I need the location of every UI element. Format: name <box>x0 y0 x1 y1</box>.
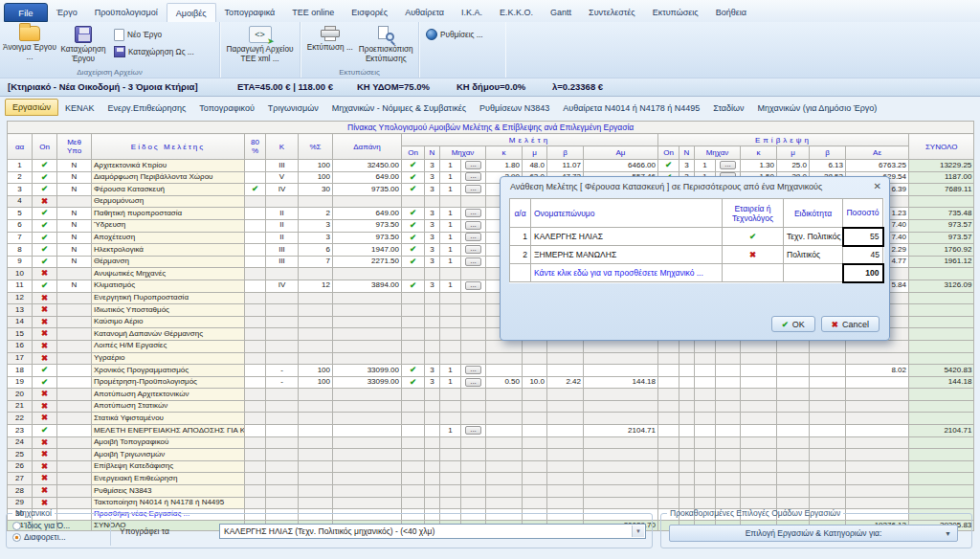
dlg-add-engineer-link[interactable]: Κάντε κλικ εδώ για να προσθέσετε Μηχανικ… <box>531 264 723 282</box>
tab-Μηχανικών (για Δημόσιο Έργο)[interactable]: Μηχανικών (για Δημόσιο Έργο) <box>751 101 884 116</box>
menu-item-Τοπογραφικά[interactable]: Τοπογραφικά <box>216 3 284 22</box>
m-assign-button-r8[interactable]: ... <box>461 244 486 257</box>
on-toggle-r4[interactable]: ✖ <box>33 195 57 208</box>
save-project-button[interactable]: Καταχώρηση Έργου <box>56 24 110 66</box>
on-toggle-r22[interactable]: ✖ <box>33 413 57 425</box>
menu-item-Ε.Κ.Κ.Ο.[interactable]: Ε.Κ.Κ.Ο. <box>491 3 542 22</box>
m-assign-button-r18[interactable]: ... <box>461 365 486 377</box>
tab-Ενεργ.Επιθεώρησης[interactable]: Ενεργ.Επιθεώρησης <box>100 101 192 116</box>
open-project-button[interactable]: Άνοιγμα Έργου ... <box>3 24 56 66</box>
on-toggle-r3[interactable]: ✔ <box>33 184 57 196</box>
work-name-r1[interactable]: Αρχιτεκτονικά Κτιρίου <box>92 160 245 172</box>
dlg-percent-input-1[interactable]: 55 <box>843 228 883 246</box>
work-name-r9[interactable]: Θέρμανση <box>92 256 245 268</box>
work-name-r5[interactable]: Παθητική πυροπροστασία <box>92 208 245 220</box>
m-on-toggle-r8[interactable]: ✔ <box>402 244 425 257</box>
menu-item-Συντελεστές[interactable]: Συντελεστές <box>580 3 644 22</box>
on-toggle-r20[interactable]: ✖ <box>33 389 57 401</box>
settings-button[interactable]: Ρυθμίσεις ... <box>422 28 487 41</box>
work-name-r21[interactable]: Αποτύπωση Στατικών <box>92 400 245 413</box>
on-toggle-r16[interactable]: ✖ <box>33 340 57 352</box>
m-on-toggle-r18[interactable]: ✔ <box>402 365 425 377</box>
tab-ΚΕΝΑΚ[interactable]: ΚΕΝΑΚ <box>58 101 101 116</box>
on-toggle-r18[interactable]: ✔ <box>33 365 57 377</box>
on-toggle-r1[interactable]: ✔ <box>33 160 57 172</box>
m-assign-button-r1[interactable]: ... <box>461 160 486 172</box>
radio-different[interactable]: Διαφορετι... <box>12 531 70 543</box>
on-toggle-r6[interactable]: ✔ <box>33 219 57 232</box>
tab-Εργασιών[interactable]: Εργασιών <box>5 99 58 116</box>
dlg-engineer-name-2[interactable]: ΞΗΜΕΡΗΣ ΜΑΝΩΛΗΣ <box>531 246 723 264</box>
cancel-button[interactable]: ✖ Cancel <box>821 316 880 332</box>
menu-item-TEE online[interactable]: TEE online <box>283 3 343 22</box>
menu-item-Ι.Κ.Α.[interactable]: Ι.Κ.Α. <box>453 3 491 22</box>
work-name-r13[interactable]: Ιδιωτικός Υποσταθμός <box>92 304 245 317</box>
work-name-r20[interactable]: Αποτύπωση Αρχιτεκτονικών <box>92 389 245 401</box>
work-name-r12[interactable]: Ενεργητική Πυροπροστασία <box>92 292 245 304</box>
work-name-r19[interactable]: Προμέτρηση-Προϋπολογισμός <box>92 376 245 389</box>
on-toggle-r28[interactable]: ✖ <box>33 485 57 498</box>
m-on-toggle-r11[interactable]: ✔ <box>402 280 425 292</box>
on-toggle-r9[interactable]: ✔ <box>33 256 57 268</box>
menu-item-Αμοιβές[interactable]: Αμοιβές <box>167 3 216 22</box>
m-assign-button-r5[interactable]: ... <box>461 208 486 220</box>
dlg-company-toggle-1[interactable]: ✔ <box>723 228 784 246</box>
tab-Τριγωνισμών[interactable]: Τριγωνισμών <box>261 101 325 116</box>
on-toggle-r23[interactable]: ✔ <box>33 425 57 437</box>
on-toggle-r2[interactable]: ✔ <box>33 171 57 184</box>
work-name-r16[interactable]: Λοιπές Η/Μ Εργασίες <box>92 340 245 352</box>
on-toggle-r19[interactable]: ✔ <box>33 376 57 389</box>
tab-Ρυθμίσεων Ν3843[interactable]: Ρυθμίσεων Ν3843 <box>473 101 556 116</box>
menu-item-Προϋπολογισμοί[interactable]: Προϋπολογισμοί <box>86 3 167 22</box>
chevron-down-icon[interactable]: ▼ <box>632 525 644 537</box>
on-toggle-r13[interactable]: ✖ <box>33 304 57 317</box>
work-name-r3[interactable]: Φέρουσα Κατασκευή <box>92 184 245 196</box>
m-assign-button-r7[interactable]: ... <box>461 232 486 244</box>
m-assign-button-r3[interactable]: ... <box>461 184 486 196</box>
engineer-combobox[interactable]: ΚΑΛΕΡΓΗΣ ΗΛΙΑΣ (Τεχν. Πολιτικός μηχανικό… <box>219 524 646 539</box>
on-toggle-r15[interactable]: ✖ <box>33 328 57 341</box>
dlg-engineer-name-1[interactable]: ΚΑΛΕΡΓΗΣ ΗΛΙΑΣ <box>531 228 723 246</box>
on-toggle-r17[interactable]: ✖ <box>33 352 57 365</box>
on-toggle-r8[interactable]: ✔ <box>33 244 57 257</box>
new-project-button[interactable]: Νέο Έργο <box>110 28 198 42</box>
work-name-r4[interactable]: Θερμομόνωση <box>92 195 245 208</box>
on-toggle-r14[interactable]: ✖ <box>33 316 57 328</box>
work-name-r7[interactable]: Αποχέτευση <box>92 232 245 244</box>
work-name-r29[interactable]: Τακτοποίηση Ν4014 ή Ν4178 ή Ν4495 <box>92 497 245 509</box>
work-name-r14[interactable]: Καύσιμο Αέριο <box>92 316 245 328</box>
m-assign-button-r19[interactable]: ... <box>461 376 486 389</box>
work-name-r11[interactable]: Κλιματισμός <box>92 280 245 292</box>
work-name-r22[interactable]: Στατικά Υφισταμένου <box>92 413 245 425</box>
tee-xml-button[interactable]: <> Παραγωγή Αρχείου ΤΕΕ xml ... <box>226 24 295 66</box>
work-name-r10[interactable]: Ανυψωτικές Μηχανές <box>92 268 245 280</box>
dlg-company-toggle-2[interactable]: ✖ <box>723 246 784 264</box>
on-toggle-r29[interactable]: ✖ <box>33 497 57 509</box>
work-name-r23[interactable]: ΜΕΛΕΤΗ ΕΝΕΡΓΕΙΑΚΗΣ ΑΠΟΔΟΣΗΣ ΓΙΑ ΚΤΙΡΙΑ <box>92 425 245 437</box>
on-toggle-r21[interactable]: ✖ <box>33 400 57 413</box>
m-assign-button-r23[interactable]: ... <box>461 425 486 437</box>
tab-Μηχανικών - Νόμιμες & Συμβατικές[interactable]: Μηχανικών - Νόμιμες & Συμβατικές <box>325 101 473 116</box>
radio-same-for-all[interactable]: Ίδιος για Ό... <box>12 520 70 531</box>
tab-Αυθαίρετα Ν4014 ή Ν4178 ή Ν4495[interactable]: Αυθαίρετα Ν4014 ή Ν4178 ή Ν4495 <box>556 101 706 116</box>
menu-item-Εκτυπώσεις[interactable]: Εκτυπώσεις <box>644 3 707 22</box>
m-on-toggle-r7[interactable]: ✔ <box>402 232 425 244</box>
work-name-r6[interactable]: Ύδρευση <box>92 219 245 232</box>
work-name-r28[interactable]: Ρυθμίσεις Ν3843 <box>92 485 245 498</box>
close-icon[interactable]: ✕ <box>874 181 881 191</box>
print-button[interactable]: Εκτύπωση ... <box>303 24 357 66</box>
on-toggle-r27[interactable]: ✖ <box>33 473 57 485</box>
m-on-toggle-r9[interactable]: ✔ <box>402 256 425 268</box>
menu-item-Gantt[interactable]: Gantt <box>542 3 580 22</box>
on-toggle-r7[interactable]: ✔ <box>33 232 57 244</box>
menu-item-Εισφορές[interactable]: Εισφορές <box>343 3 396 22</box>
m-assign-button-r6[interactable]: ... <box>461 219 486 232</box>
m-on-toggle-r6[interactable]: ✔ <box>402 219 425 232</box>
m-on-toggle-r2[interactable]: ✔ <box>402 171 425 184</box>
save-as-button[interactable]: Καταχώρηση Ως ... <box>110 45 198 58</box>
m-on-toggle-r19[interactable]: ✔ <box>402 376 425 389</box>
e-assign-button-r1[interactable]: ... <box>716 160 741 172</box>
m-assign-button-r9[interactable]: ... <box>461 256 486 268</box>
menu-item-Αυθαίρετα[interactable]: Αυθαίρετα <box>396 3 453 22</box>
work-name-r8[interactable]: Ηλεκτρολογικά <box>92 244 245 257</box>
